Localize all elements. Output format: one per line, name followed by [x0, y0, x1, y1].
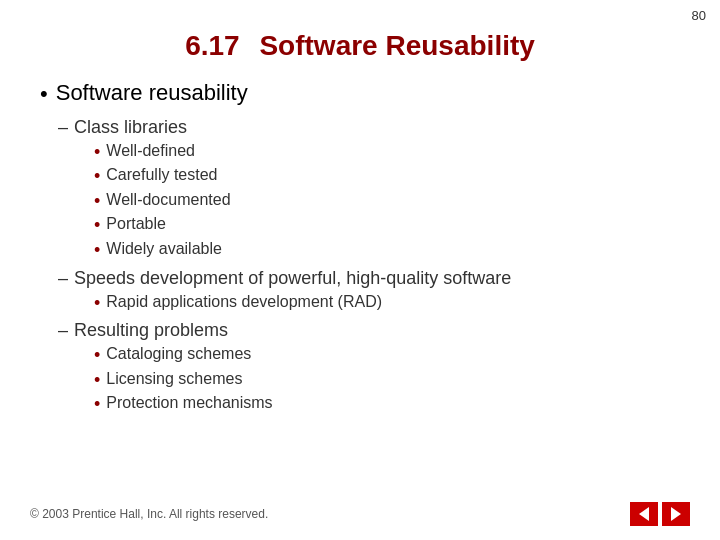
- main-bullet-symbol: •: [40, 80, 48, 109]
- title-text: Software Reusability: [259, 30, 534, 61]
- section-problems: – Resulting problems • Cataloging scheme…: [40, 320, 680, 416]
- list-item: • Well-defined: [94, 142, 680, 164]
- copyright-text: © 2003 Prentice Hall, Inc. All rights re…: [30, 507, 268, 521]
- main-bullet: • Software reusability: [40, 80, 680, 109]
- list-item: • Portable: [94, 215, 680, 237]
- next-button[interactable]: [662, 502, 690, 526]
- section-speeds: – Speeds development of powerful, high-q…: [40, 268, 680, 315]
- list-item: • Cataloging schemes: [94, 345, 680, 367]
- main-bullet-text: Software reusability: [56, 80, 248, 106]
- list-item: • Rapid applications development (RAD): [94, 293, 680, 315]
- list-item: • Licensing schemes: [94, 370, 680, 392]
- svg-marker-1: [671, 507, 681, 521]
- svg-marker-0: [639, 507, 649, 521]
- section-2-label: Speeds development of powerful, high-qua…: [74, 268, 511, 289]
- title-number: 6.17: [185, 30, 240, 61]
- section-label-3: – Resulting problems: [58, 320, 680, 341]
- list-item: • Well-documented: [94, 191, 680, 213]
- prev-icon: [638, 507, 650, 521]
- list-item: • Widely available: [94, 240, 680, 262]
- section-3-label: Resulting problems: [74, 320, 228, 341]
- list-item: • Carefully tested: [94, 166, 680, 188]
- section-1-label: Class libraries: [74, 117, 187, 138]
- section-class-libraries: – Class libraries • Well-defined • Caref…: [40, 117, 680, 262]
- slide-title: 6.17 Software Reusability: [40, 30, 680, 62]
- next-icon: [670, 507, 682, 521]
- list-item: • Protection mechanisms: [94, 394, 680, 416]
- section-label-1: – Class libraries: [58, 117, 680, 138]
- footer: © 2003 Prentice Hall, Inc. All rights re…: [0, 502, 720, 526]
- prev-button[interactable]: [630, 502, 658, 526]
- nav-buttons: [630, 502, 690, 526]
- section-label-2: – Speeds development of powerful, high-q…: [58, 268, 680, 289]
